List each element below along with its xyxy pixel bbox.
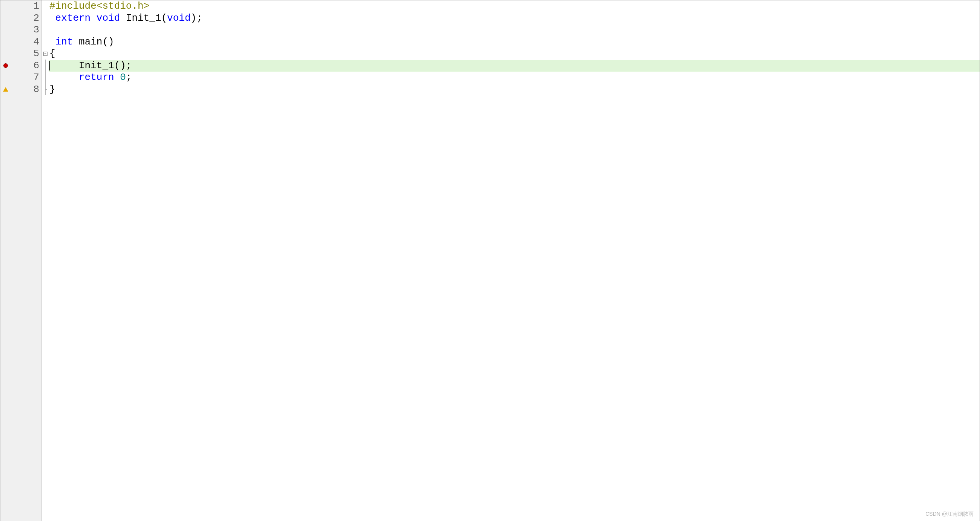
marker-line-5[interactable]: [0, 48, 11, 60]
marker-line-6[interactable]: [0, 60, 11, 72]
line-number: 3: [11, 24, 39, 36]
watermark-text: CSDN @江南烟脓雨: [925, 511, 974, 518]
marker-line-8[interactable]: [0, 84, 11, 96]
marker-line-4[interactable]: [0, 36, 11, 48]
code-area[interactable]: #include<stdio.h> extern void Init_1(voi…: [49, 0, 980, 521]
marker-line-2[interactable]: [0, 13, 11, 24]
code-line-2[interactable]: extern void Init_1(void);: [49, 13, 980, 24]
fold-toggle[interactable]: −: [42, 48, 49, 60]
marker-gutter[interactable]: [0, 0, 11, 521]
line-number: 2: [11, 13, 39, 24]
code-line-5[interactable]: {: [49, 48, 980, 60]
line-number-gutter: 1 2 3 4 5 6 7 8: [11, 0, 42, 521]
code-line-4[interactable]: int main(): [49, 36, 980, 48]
code-editor: 1 2 3 4 5 6 7 8 − #include<stdio.h> exte…: [0, 0, 980, 521]
code-line-8[interactable]: }: [49, 84, 980, 96]
line-number: 6: [11, 60, 39, 72]
code-line-7[interactable]: return 0;: [49, 71, 980, 84]
fold-gutter[interactable]: −: [42, 0, 49, 521]
line-number: 5: [11, 48, 39, 60]
fold-collapse-icon[interactable]: −: [43, 52, 48, 56]
code-line-6-current[interactable]: Init_1();: [49, 60, 980, 72]
fold-guide-line: [45, 60, 46, 95]
code-line-1[interactable]: #include<stdio.h>: [49, 0, 980, 13]
warning-icon[interactable]: [3, 87, 8, 92]
breakpoint-icon[interactable]: [3, 64, 8, 68]
line-number: 1: [11, 0, 39, 13]
code-line-3[interactable]: [49, 24, 980, 36]
marker-line-1[interactable]: [0, 0, 11, 13]
line-number: 7: [11, 71, 39, 84]
line-number: 8: [11, 84, 39, 96]
marker-line-3[interactable]: [0, 24, 11, 36]
line-number: 4: [11, 36, 39, 48]
marker-line-7[interactable]: [0, 71, 11, 84]
